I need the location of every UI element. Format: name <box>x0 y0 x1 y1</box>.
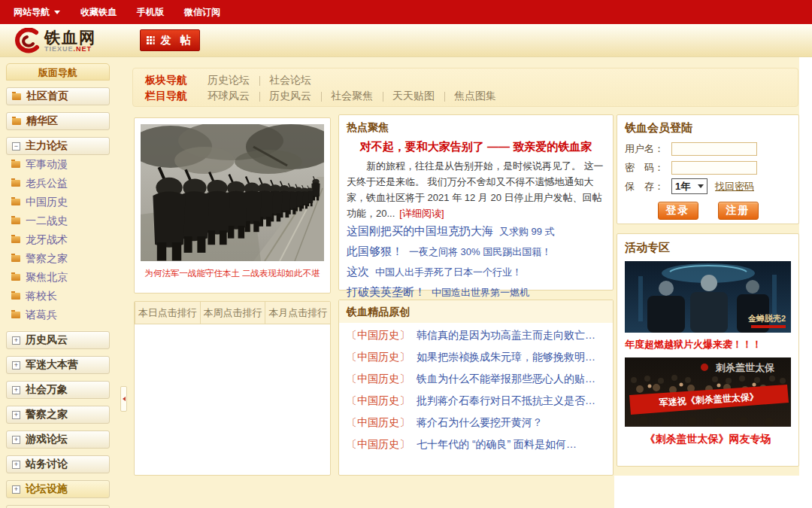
logo-domain: TIEXUE.NET <box>44 45 96 53</box>
fan-event-image[interactable]: 刺杀盖世太保 军迷祝《刺杀盖世太保》 <box>625 357 791 427</box>
username-input[interactable] <box>671 142 757 156</box>
column-nav-link[interactable]: 环球风云 <box>198 90 259 103</box>
top-nav-bar: 网站导航 收藏铁血手机版微信订阅 <box>0 0 812 24</box>
password-input[interactable] <box>671 161 757 175</box>
chevron-down-icon <box>54 11 60 14</box>
sidebar-forum-label: 龙牙战术 <box>26 233 68 247</box>
original-post-link[interactable]: 〔中国历史〕 如果把崇祯换成朱元璋，能够挽救明… <box>347 346 605 368</box>
sidebar-forum-item[interactable]: 诸葛兵 <box>6 306 110 324</box>
original-post-link[interactable]: 〔中国历史〕 批判蒋介石奉行对日不抵抗主义是否… <box>347 390 605 412</box>
expand-plus-icon: + <box>12 436 20 444</box>
login-button[interactable]: 登录 <box>658 202 698 220</box>
sidebar-item[interactable]: 精华区 <box>6 112 110 130</box>
post-category: 〔中国历史〕 <box>347 394 410 408</box>
folder-icon <box>12 118 21 125</box>
featured-photo-panel: 为何法军一战能守住本土 二战表现却如此不堪 <box>134 117 331 294</box>
sidebar-forum-item[interactable]: 中国历史 <box>6 193 110 211</box>
sidebar-section-label: 警察之家 <box>26 408 68 421</box>
post-title: 蒋介石为什么要挖开黄河？ <box>417 416 543 430</box>
hot-focus-title: 热点聚焦 <box>347 121 605 135</box>
member-login-panel: 铁血会员登陆 用户名： 密 码： 保 存： 1年 找回密码 登录 注册 <box>617 114 799 224</box>
post-category: 〔中国历史〕 <box>347 416 410 430</box>
sidebar-section-item[interactable]: + 军迷大本营 <box>6 356 110 374</box>
new-post-button[interactable]: 发 帖 <box>140 29 200 51</box>
login-title: 铁血会员登陆 <box>625 121 791 135</box>
column-nav-link[interactable]: 焦点图集 <box>444 90 506 103</box>
activity-title: 活动专区 <box>625 241 791 255</box>
movie-promo-image[interactable]: 金蝉脱壳2 <box>625 261 791 333</box>
folder-icon <box>11 180 20 187</box>
folder-icon <box>11 293 20 300</box>
rank-tab[interactable]: 本周点击排行 <box>200 302 265 324</box>
register-button[interactable]: 注册 <box>718 202 759 220</box>
original-post-link[interactable]: 〔中国历史〕 铁血为什么不能举报那些恶心人的贴… <box>347 368 605 390</box>
folder-icon <box>11 236 20 243</box>
sidebar-special-item[interactable]: + 铁血君品行 <box>6 505 110 508</box>
post-category: 〔中国历史〕 <box>347 329 410 342</box>
password-label: 密 码： <box>625 161 671 175</box>
hot-news-list: 这国刚把买的中国坦克扔大海 又求购 99 式 此国够狠！ 一夜之间将 30% 国… <box>347 221 605 303</box>
news-link[interactable]: 这国刚把买的中国坦克扔大海 又求购 99 式 <box>347 221 605 242</box>
column-nav-row: 栏目导航 环球风云历史风云社会聚焦天天贴图焦点图集 <box>145 88 786 104</box>
rank-tabs-panel: 本日点击排行本周点击排行本月点击排行 <box>134 301 331 476</box>
sidebar-section-item[interactable]: + 历史风云 <box>6 331 110 349</box>
sidebar-section-label: 游戏论坛 <box>26 433 68 446</box>
column-nav-label: 栏目导航 <box>145 90 187 103</box>
rank-tab[interactable]: 本日点击排行 <box>135 302 200 324</box>
sidebar-forum-item[interactable]: 老兵公益 <box>6 174 110 193</box>
original-post-link[interactable]: 〔中国历史〕 韩信真的是因为功高盖主而走向败亡… <box>347 324 605 346</box>
sidebar: 版面导航 社区首页 精华区 − 主力论坛 军 <box>6 63 110 508</box>
sidebar-collapse-handle[interactable] <box>120 386 127 412</box>
sidebar-special-item[interactable]: + 论坛设施 <box>6 480 110 498</box>
right-column: 铁血会员登陆 用户名： 密 码： 保 存： 1年 找回密码 登录 注册 <box>617 114 799 467</box>
column-nav-link[interactable]: 社会聚焦 <box>321 90 383 103</box>
sidebar-forum-item[interactable]: 蒋校长 <box>6 287 110 306</box>
column-nav-link[interactable]: 历史风云 <box>259 90 321 103</box>
board-nav-link[interactable]: 历史论坛 <box>198 74 259 87</box>
logo-title: 铁血网 <box>44 29 96 45</box>
sidebar-section-item[interactable]: + 社会万象 <box>6 381 110 399</box>
sidebar-group-main-forums[interactable]: − 主力论坛 <box>6 137 110 155</box>
post-title: 如果把崇祯换成朱元璋，能够挽救明… <box>417 351 595 364</box>
save-duration-select[interactable]: 1年 <box>671 178 707 194</box>
site-logo[interactable]: 铁血网 TIEXUE.NET <box>12 28 96 53</box>
movie-caption-link[interactable]: 年度超燃越狱片火爆来袭！！！ <box>625 338 791 351</box>
arrow-left-icon <box>123 397 126 401</box>
sidebar-section-item[interactable]: + 站务讨论 <box>6 455 110 473</box>
original-post-link[interactable]: 〔中国历史〕 七十年代的 “的确良” 面料是如何… <box>347 433 605 455</box>
hot-focus-panel: 热点聚焦 对不起，要和大家告别了 —— 致亲爱的铁血家 新的旅程，往往是从告别开… <box>338 114 614 291</box>
board-nav-link[interactable]: 社会论坛 <box>259 74 321 87</box>
topbar-link[interactable]: 手机版 <box>137 6 164 19</box>
fan-event-caption-link[interactable]: 《刺杀盖世太保》网友专场 <box>625 433 791 446</box>
originals-list: 〔中国历史〕 韩信真的是因为功高盖主而走向败亡… 〔中国历史〕 如果把崇祯换成朱… <box>339 323 613 457</box>
sidebar-forum-item[interactable]: 一二战史 <box>6 211 110 230</box>
column-nav-link[interactable]: 天天贴图 <box>383 90 444 103</box>
originals-title: 铁血精品原创 <box>339 300 613 323</box>
photo-caption-link[interactable]: 为何法军一战能守住本土 二战表现却如此不堪 <box>141 268 324 279</box>
original-post-link[interactable]: 〔中国历史〕 蒋介石为什么要挖开黄河？ <box>347 412 605 433</box>
rank-tab[interactable]: 本月点击排行 <box>265 302 330 324</box>
soldiers-march-photo[interactable] <box>141 124 324 261</box>
read-more-link[interactable]: [详细阅读] <box>399 208 444 219</box>
news-link[interactable]: 这次 中国人出手弄死了日本一个行业！ <box>347 262 605 282</box>
sidebar-section-label: 历史风云 <box>26 333 68 347</box>
folder-icon <box>11 255 20 262</box>
sidebar-item[interactable]: 社区首页 <box>6 87 110 105</box>
sidebar-forum-item[interactable]: 军事动漫 <box>6 155 110 174</box>
topbar-link[interactable]: 收藏铁血 <box>80 6 117 19</box>
sidebar-forum-item[interactable]: 聚焦北京 <box>6 268 110 287</box>
news-link[interactable]: 此国够狠！ 一夜之间将 30% 国民踢出国籍！ <box>347 242 605 262</box>
post-category: 〔中国历史〕 <box>347 438 410 452</box>
folder-icon <box>11 199 20 205</box>
sidebar-forum-item[interactable]: 龙牙战术 <box>6 230 110 249</box>
hot-focus-headline[interactable]: 对不起，要和大家告别了 —— 致亲爱的铁血家 <box>347 140 605 154</box>
find-password-link[interactable]: 找回密码 <box>715 180 754 193</box>
topbar-link[interactable]: 微信订阅 <box>184 6 220 19</box>
expand-plus-icon: + <box>12 336 20 345</box>
sidebar-special-label: 论坛设施 <box>26 482 68 496</box>
sidebar-forum-item[interactable]: 警察之家 <box>6 249 110 268</box>
sidebar-section-item[interactable]: + 游戏论坛 <box>6 430 110 449</box>
site-nav-menu[interactable]: 网站导航 <box>14 6 60 19</box>
sidebar-section-item[interactable]: + 警察之家 <box>6 406 110 424</box>
post-title: 韩信真的是因为功高盖主而走向败亡… <box>417 329 595 342</box>
